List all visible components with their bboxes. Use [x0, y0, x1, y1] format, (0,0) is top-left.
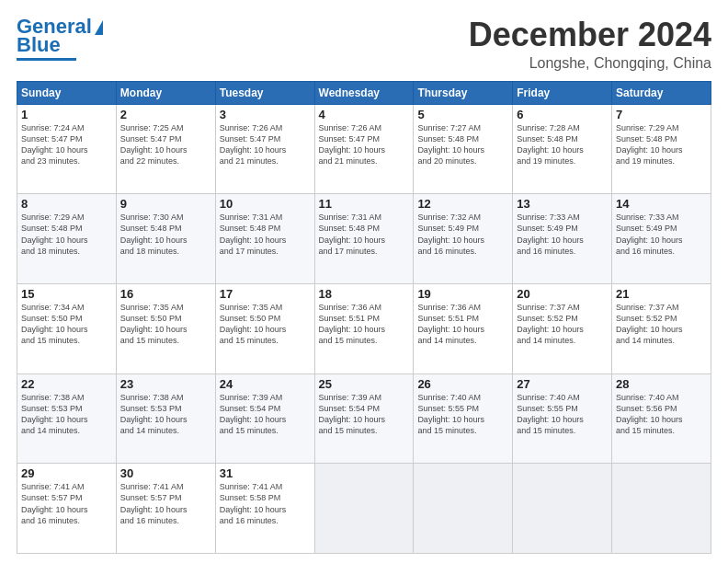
table-row: 15Sunrise: 7:34 AM Sunset: 5:50 PM Dayli… — [17, 283, 117, 373]
day-number: 14 — [616, 197, 707, 211]
day-number: 25 — [319, 377, 410, 391]
day-info: Sunrise: 7:41 AM Sunset: 5:58 PM Dayligh… — [220, 481, 311, 526]
day-info: Sunrise: 7:28 AM Sunset: 5:48 PM Dayligh… — [517, 122, 608, 167]
calendar-week-row: 1Sunrise: 7:24 AM Sunset: 5:47 PM Daylig… — [17, 104, 711, 194]
day-info: Sunrise: 7:37 AM Sunset: 5:52 PM Dayligh… — [517, 302, 608, 347]
table-row: 11Sunrise: 7:31 AM Sunset: 5:48 PM Dayli… — [314, 194, 414, 284]
day-number: 11 — [319, 197, 410, 211]
calendar-week-row: 22Sunrise: 7:38 AM Sunset: 5:53 PM Dayli… — [17, 373, 711, 464]
day-number: 24 — [220, 377, 311, 391]
title-block: December 2024 Longshe, Chongqing, China — [469, 17, 711, 72]
day-number: 17 — [220, 287, 311, 301]
table-row: 30Sunrise: 7:41 AM Sunset: 5:57 PM Dayli… — [116, 464, 215, 554]
table-row: 19Sunrise: 7:36 AM Sunset: 5:51 PM Dayli… — [414, 283, 513, 373]
day-number: 31 — [220, 466, 311, 480]
day-info: Sunrise: 7:26 AM Sunset: 5:47 PM Dayligh… — [319, 122, 410, 167]
table-row: 27Sunrise: 7:40 AM Sunset: 5:55 PM Dayli… — [513, 373, 612, 464]
col-saturday: Saturday — [612, 81, 711, 104]
day-info: Sunrise: 7:27 AM Sunset: 5:48 PM Dayligh… — [417, 122, 508, 167]
logo: General Blue — [17, 17, 103, 61]
table-row: 9Sunrise: 7:30 AM Sunset: 5:48 PM Daylig… — [116, 194, 215, 284]
day-info: Sunrise: 7:29 AM Sunset: 5:48 PM Dayligh… — [616, 122, 707, 167]
table-row: 24Sunrise: 7:39 AM Sunset: 5:54 PM Dayli… — [215, 373, 314, 464]
table-row: 31Sunrise: 7:41 AM Sunset: 5:58 PM Dayli… — [215, 464, 314, 554]
day-info: Sunrise: 7:38 AM Sunset: 5:53 PM Dayligh… — [120, 392, 211, 437]
col-friday: Friday — [513, 81, 612, 104]
day-number: 26 — [417, 377, 508, 391]
table-row — [414, 464, 513, 554]
day-number: 13 — [517, 197, 608, 211]
day-info: Sunrise: 7:39 AM Sunset: 5:54 PM Dayligh… — [220, 392, 311, 437]
day-number: 3 — [220, 108, 311, 121]
calendar-table: Sunday Monday Tuesday Wednesday Thursday… — [17, 81, 711, 554]
table-row — [612, 464, 711, 554]
day-number: 10 — [220, 197, 311, 211]
day-info: Sunrise: 7:38 AM Sunset: 5:53 PM Dayligh… — [21, 392, 112, 437]
page: General Blue December 2024 Longshe, Chon… — [0, 0, 728, 563]
day-info: Sunrise: 7:36 AM Sunset: 5:51 PM Dayligh… — [417, 302, 508, 347]
header: General Blue December 2024 Longshe, Chon… — [17, 17, 711, 72]
day-info: Sunrise: 7:39 AM Sunset: 5:54 PM Dayligh… — [319, 392, 410, 437]
logo-triangle-icon — [95, 20, 103, 35]
table-row: 18Sunrise: 7:36 AM Sunset: 5:51 PM Dayli… — [314, 283, 414, 373]
day-number: 12 — [417, 197, 508, 211]
day-info: Sunrise: 7:40 AM Sunset: 5:56 PM Dayligh… — [616, 392, 707, 437]
table-row: 28Sunrise: 7:40 AM Sunset: 5:56 PM Dayli… — [612, 373, 711, 464]
day-number: 19 — [417, 287, 508, 301]
col-wednesday: Wednesday — [314, 81, 414, 104]
day-info: Sunrise: 7:30 AM Sunset: 5:48 PM Dayligh… — [120, 212, 211, 257]
day-info: Sunrise: 7:31 AM Sunset: 5:48 PM Dayligh… — [220, 212, 311, 257]
day-number: 9 — [120, 197, 211, 211]
day-number: 18 — [319, 287, 410, 301]
table-row: 3Sunrise: 7:26 AM Sunset: 5:47 PM Daylig… — [215, 104, 314, 194]
day-number: 22 — [21, 377, 112, 391]
table-row: 29Sunrise: 7:41 AM Sunset: 5:57 PM Dayli… — [17, 464, 117, 554]
table-row: 8Sunrise: 7:29 AM Sunset: 5:48 PM Daylig… — [17, 194, 117, 284]
table-row: 13Sunrise: 7:33 AM Sunset: 5:49 PM Dayli… — [513, 194, 612, 284]
day-number: 7 — [616, 108, 707, 121]
day-number: 4 — [319, 108, 410, 121]
day-number: 30 — [120, 466, 211, 480]
day-number: 6 — [517, 108, 608, 121]
day-info: Sunrise: 7:35 AM Sunset: 5:50 PM Dayligh… — [220, 302, 311, 347]
day-info: Sunrise: 7:24 AM Sunset: 5:47 PM Dayligh… — [21, 122, 112, 167]
day-number: 1 — [21, 108, 112, 121]
day-number: 28 — [616, 377, 707, 391]
day-info: Sunrise: 7:36 AM Sunset: 5:51 PM Dayligh… — [319, 302, 410, 347]
day-info: Sunrise: 7:32 AM Sunset: 5:49 PM Dayligh… — [417, 212, 508, 257]
table-row: 4Sunrise: 7:26 AM Sunset: 5:47 PM Daylig… — [314, 104, 414, 194]
day-info: Sunrise: 7:25 AM Sunset: 5:47 PM Dayligh… — [120, 122, 211, 167]
table-row: 7Sunrise: 7:29 AM Sunset: 5:48 PM Daylig… — [612, 104, 711, 194]
table-row: 5Sunrise: 7:27 AM Sunset: 5:48 PM Daylig… — [414, 104, 513, 194]
day-info: Sunrise: 7:33 AM Sunset: 5:49 PM Dayligh… — [517, 212, 608, 257]
table-row: 23Sunrise: 7:38 AM Sunset: 5:53 PM Dayli… — [116, 373, 215, 464]
day-info: Sunrise: 7:37 AM Sunset: 5:52 PM Dayligh… — [616, 302, 707, 347]
table-row: 16Sunrise: 7:35 AM Sunset: 5:50 PM Dayli… — [116, 283, 215, 373]
table-row: 21Sunrise: 7:37 AM Sunset: 5:52 PM Dayli… — [612, 283, 711, 373]
day-info: Sunrise: 7:33 AM Sunset: 5:49 PM Dayligh… — [616, 212, 707, 257]
day-number: 27 — [517, 377, 608, 391]
month-year: December 2024 — [469, 17, 711, 53]
day-info: Sunrise: 7:35 AM Sunset: 5:50 PM Dayligh… — [120, 302, 211, 347]
table-row: 20Sunrise: 7:37 AM Sunset: 5:52 PM Dayli… — [513, 283, 612, 373]
day-number: 23 — [120, 377, 211, 391]
table-row: 2Sunrise: 7:25 AM Sunset: 5:47 PM Daylig… — [116, 104, 215, 194]
day-info: Sunrise: 7:40 AM Sunset: 5:55 PM Dayligh… — [417, 392, 508, 437]
col-monday: Monday — [116, 81, 215, 104]
col-sunday: Sunday — [17, 81, 117, 104]
logo-underline — [17, 58, 76, 61]
col-thursday: Thursday — [414, 81, 513, 104]
calendar-week-row: 8Sunrise: 7:29 AM Sunset: 5:48 PM Daylig… — [17, 194, 711, 284]
table-row — [314, 464, 414, 554]
day-number: 5 — [417, 108, 508, 121]
table-row — [513, 464, 612, 554]
location: Longshe, Chongqing, China — [469, 55, 711, 72]
day-info: Sunrise: 7:34 AM Sunset: 5:50 PM Dayligh… — [21, 302, 112, 347]
day-number: 20 — [517, 287, 608, 301]
table-row: 12Sunrise: 7:32 AM Sunset: 5:49 PM Dayli… — [414, 194, 513, 284]
day-info: Sunrise: 7:41 AM Sunset: 5:57 PM Dayligh… — [21, 481, 112, 526]
day-number: 16 — [120, 287, 211, 301]
day-info: Sunrise: 7:41 AM Sunset: 5:57 PM Dayligh… — [120, 481, 211, 526]
day-number: 29 — [21, 466, 112, 480]
calendar-week-row: 15Sunrise: 7:34 AM Sunset: 5:50 PM Dayli… — [17, 283, 711, 373]
